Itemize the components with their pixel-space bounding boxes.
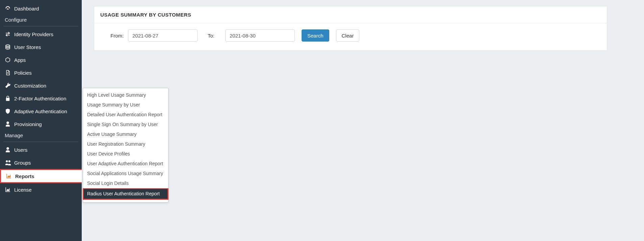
sidebar-item-apps[interactable]: Apps xyxy=(0,53,82,66)
submenu-item-active-usage[interactable]: Active Usage Summary xyxy=(83,129,168,139)
sidebar-item-label: Dashboard xyxy=(14,6,77,11)
submenu-item-device-profiles[interactable]: User Device Profiles xyxy=(83,149,168,159)
submenu-item-social-login[interactable]: Social Login Details xyxy=(83,178,168,188)
sidebar-item-policies[interactable]: Policies xyxy=(0,66,82,79)
lock-icon xyxy=(5,95,14,101)
panel-title: USAGE SUMMARY BY CUSTOMERS xyxy=(94,6,607,23)
sidebar-item-users[interactable]: Users xyxy=(0,143,82,156)
search-button[interactable]: Search xyxy=(302,29,329,42)
form-group-to: To: xyxy=(204,29,295,42)
user-icon xyxy=(5,147,14,153)
chart-icon xyxy=(5,187,14,193)
sidebar-item-label: Reports xyxy=(15,173,77,179)
sidebar-item-label: Apps xyxy=(14,57,77,63)
users-icon xyxy=(5,160,14,166)
sidebar-section-manage: Manage xyxy=(0,130,82,141)
reports-submenu: High Level Usage Summary Usage Summary b… xyxy=(83,88,169,202)
sidebar-item-dashboard[interactable]: Dashboard xyxy=(0,2,82,15)
submenu-item-radius-auth-report[interactable]: Radius User Authentication Report xyxy=(83,188,169,200)
sidebar-item-label: Identity Providers xyxy=(14,31,77,37)
sidebar-item-label: Adaptive Authentication xyxy=(14,109,77,114)
wrench-icon xyxy=(5,82,14,89)
shield-icon xyxy=(5,108,14,114)
sidebar-item-label: Customization xyxy=(14,83,77,89)
submenu-item-adaptive-auth-report[interactable]: User Adaptive Authentication Report xyxy=(83,159,168,169)
panel-body: From: To: Search Clear xyxy=(94,23,607,50)
sidebar-item-license[interactable]: License xyxy=(0,183,82,196)
sidebar-item-label: Policies xyxy=(14,70,77,76)
file-icon xyxy=(5,70,14,76)
panel-usage-summary: USAGE SUMMARY BY CUSTOMERS From: To: Sea… xyxy=(94,6,607,51)
sidebar-item-reports[interactable]: Reports xyxy=(0,169,82,183)
submenu-item-sso-summary[interactable]: Single Sign On Summary by User xyxy=(83,120,168,129)
submenu-item-detailed-auth[interactable]: Detailed User Authentication Report xyxy=(83,110,168,120)
dashboard-icon xyxy=(5,5,14,11)
sidebar-item-label: License xyxy=(14,187,77,193)
from-label: From: xyxy=(100,33,121,39)
submenu-item-usage-by-user[interactable]: Usage Summary by User xyxy=(83,100,168,110)
to-label: To: xyxy=(204,33,218,39)
sidebar-item-label: Groups xyxy=(14,160,77,166)
sidebar-item-provisioning[interactable]: Provisioning xyxy=(0,118,82,130)
sidebar-item-label: Provisioning xyxy=(14,121,77,127)
sidebar-item-adaptive-auth[interactable]: Adaptive Authentication xyxy=(0,105,82,118)
divider xyxy=(3,26,78,26)
sidebar-nav: Dashboard Configure Identity Providers U… xyxy=(0,0,82,196)
sidebar-section-configure: Configure xyxy=(0,15,82,25)
sidebar-item-2fa[interactable]: 2-Factor Authentication xyxy=(0,92,82,105)
exchange-icon xyxy=(5,31,14,37)
sidebar-item-user-stores[interactable]: User Stores xyxy=(0,41,82,53)
sidebar: Dashboard Configure Identity Providers U… xyxy=(0,0,82,241)
database-icon xyxy=(5,44,14,50)
sidebar-item-label: Users xyxy=(14,147,77,153)
form-group-from: From: xyxy=(100,29,198,42)
sidebar-item-label: User Stores xyxy=(14,44,77,50)
submenu-item-high-level-usage[interactable]: High Level Usage Summary xyxy=(83,90,168,100)
submenu-item-user-registration[interactable]: User Registration Summary xyxy=(83,139,168,149)
divider xyxy=(3,142,78,142)
clear-button[interactable]: Clear xyxy=(336,29,360,42)
from-date-input[interactable] xyxy=(128,29,198,42)
to-date-input[interactable] xyxy=(225,29,295,42)
chart-icon xyxy=(6,173,15,179)
sidebar-item-label: 2-Factor Authentication xyxy=(14,96,77,101)
sidebar-item-groups[interactable]: Groups xyxy=(0,156,82,169)
submenu-item-social-apps-usage[interactable]: Social Applications Usage Summary xyxy=(83,169,168,178)
sidebar-item-identity-providers[interactable]: Identity Providers xyxy=(0,28,82,41)
sidebar-item-customization[interactable]: Customization xyxy=(0,79,82,92)
user-icon xyxy=(5,121,14,127)
cube-icon xyxy=(5,57,14,63)
